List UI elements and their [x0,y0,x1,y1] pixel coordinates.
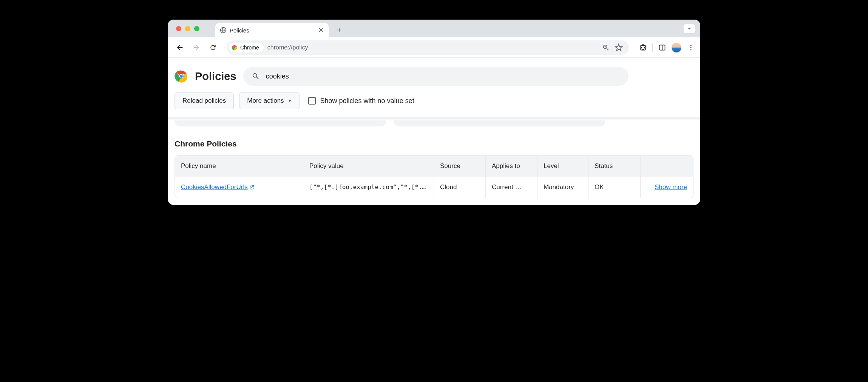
show-no-value-checkbox[interactable]: Show policies with no value set [308,97,414,105]
more-actions-label: More actions [247,97,284,105]
side-panel-icon[interactable] [658,43,666,52]
minimize-window-button[interactable] [185,26,190,31]
col-header-applies: Applies to [486,156,537,177]
section-divider-shadow [168,117,700,120]
reload-policies-label: Reload policies [182,97,226,105]
profile-avatar[interactable] [672,43,681,52]
browser-toolbar: Chrome chrome://policy [168,37,700,58]
col-header-source: Source [434,156,486,177]
new-tab-button[interactable]: + [333,24,345,36]
checkbox-icon [308,97,316,105]
policy-level-cell: Mandatory [537,177,588,198]
more-actions-button[interactable]: More actions ▼ [239,92,300,109]
toolbar-divider [652,43,653,52]
svg-point-5 [690,49,691,50]
bookmark-icon[interactable] [615,43,623,52]
table-header-row: Policy name Policy value Source Applies … [175,156,693,177]
site-info-chip[interactable]: Chrome [229,43,264,52]
close-tab-button[interactable]: ✕ [317,27,324,34]
reload-button[interactable] [206,41,220,54]
col-header-more [641,156,693,177]
col-header-status: Status [588,156,641,177]
address-bar[interactable]: Chrome chrome://policy [227,40,629,55]
svg-point-3 [690,45,691,46]
maximize-window-button[interactable] [194,26,199,31]
svg-point-4 [690,47,691,48]
tab-title: Policies [230,27,249,34]
summary-card [175,120,386,126]
col-header-name: Policy name [175,156,303,177]
window-controls [176,26,199,31]
policy-value-cell: ["*,[*.]foo.example.com","*,[*.… [303,177,434,198]
browser-window: Policies ✕ + Chrome chrome://policy [168,20,700,205]
summary-cards [168,120,700,134]
page-header: Policies [168,58,700,92]
external-link-icon [249,185,255,190]
svg-rect-2 [659,45,665,50]
reload-policies-button[interactable]: Reload policies [175,92,234,109]
extensions-icon[interactable] [639,43,647,52]
globe-icon [220,27,227,34]
policy-source-cell: Cloud [434,177,486,198]
policy-search-input[interactable] [266,72,620,80]
policy-more-cell: Show more [641,177,693,198]
svg-point-8 [179,74,183,78]
chrome-logo-icon [175,69,188,83]
back-button[interactable] [173,41,187,54]
policy-table: Policy name Policy value Source Applies … [175,155,693,198]
policy-name-text: CookiesAllowedForUrls [181,183,248,191]
tabs-dropdown-button[interactable] [684,24,695,33]
policy-name-link[interactable]: CookiesAllowedForUrls [181,183,255,191]
show-more-link[interactable]: Show more [655,183,687,191]
chrome-chip-label: Chrome [240,45,259,51]
forward-button[interactable] [190,41,203,54]
policy-search-box[interactable] [243,67,629,86]
tab-bar: Policies ✕ + [168,20,700,37]
col-header-level: Level [537,156,588,177]
col-header-value: Policy value [303,156,434,177]
chrome-icon [231,44,238,51]
search-icon [252,72,260,80]
summary-card [394,120,605,126]
policy-applies-cell: Current … [486,177,537,198]
zoom-icon[interactable] [602,43,610,52]
policy-name-cell: CookiesAllowedForUrls [175,177,303,198]
browser-tab[interactable]: Policies ✕ [215,23,329,37]
policy-status-cell: OK [588,177,641,198]
chevron-down-icon: ▼ [288,99,292,103]
table-row: CookiesAllowedForUrls ["*,[*.]foo.exampl… [175,177,693,198]
section-title: Chrome Policies [168,134,700,155]
menu-icon[interactable] [687,43,695,52]
page-title: Policies [195,70,236,83]
url-text: chrome://policy [267,44,308,51]
actions-bar: Reload policies More actions ▼ Show poli… [168,92,700,117]
show-no-value-label: Show policies with no value set [320,97,414,105]
close-window-button[interactable] [176,26,181,31]
